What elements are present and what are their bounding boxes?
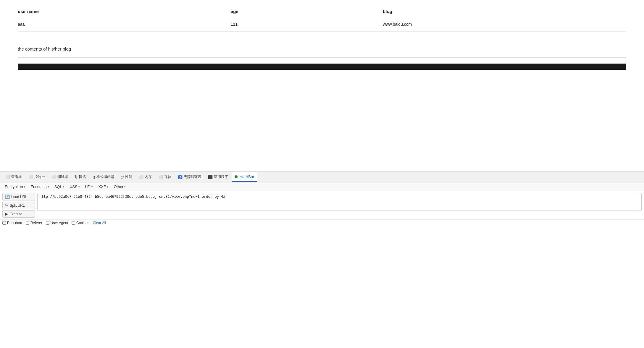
tab-performance[interactable]: ◎ 性能 <box>118 172 135 182</box>
split-url-button[interactable]: ✂ Split URL <box>2 202 35 209</box>
tab-network[interactable]: ⇅ 网络 <box>72 172 89 182</box>
other-menu[interactable]: Other ▾ <box>111 184 128 190</box>
storage-icon: ⬜ <box>158 175 163 179</box>
debugger-icon: ⬜ <box>51 175 56 179</box>
sql-label: SQL <box>54 184 62 189</box>
encryption-menu[interactable]: Encryption ▾ <box>2 184 28 190</box>
other-label: Other <box>114 184 123 189</box>
tab-style-editor-label: 样式编辑器 <box>96 174 114 179</box>
tab-debugger[interactable]: ⬜ 调试器 <box>49 172 71 182</box>
cell-age: 111 <box>231 17 383 32</box>
clear-all-button[interactable]: Clear All <box>93 221 106 225</box>
tab-console-label: 控制台 <box>34 174 45 179</box>
encoding-label: Encoding <box>30 184 46 189</box>
hackbar-toolbar: Encryption ▾ Encoding ▾ SQL ▾ XSS ▾ LFI … <box>0 182 644 191</box>
accessibility-icon: ♿ <box>178 175 183 179</box>
tab-hackbar-label: HackBar <box>240 174 254 179</box>
cookies-checkbox[interactable] <box>72 221 75 225</box>
other-chevron-icon: ▾ <box>124 185 126 188</box>
tab-memory-label: 内存 <box>145 174 152 179</box>
tab-inspector[interactable]: ⬜ 查看器 <box>2 172 25 182</box>
tab-storage[interactable]: ⬜ 存储 <box>155 172 174 182</box>
xss-label: XSS <box>70 184 78 189</box>
inspector-icon: ⬜ <box>5 175 10 179</box>
tab-applications-label: 应用程序 <box>214 174 228 179</box>
encoding-menu[interactable]: Encoding ▾ <box>28 184 51 190</box>
main-content: username age blog aaa 111 www.baidu.com … <box>0 0 644 171</box>
lfi-label: LFI <box>85 184 91 189</box>
post-data-checkbox[interactable] <box>2 221 6 225</box>
tab-network-label: 网络 <box>79 174 86 179</box>
split-url-icon: ✂ <box>5 203 8 208</box>
sql-menu[interactable]: SQL ▾ <box>52 184 67 190</box>
table-row: aaa 111 www.baidu.com <box>18 17 626 32</box>
split-url-label: Split URL <box>10 203 25 208</box>
xxe-chevron-icon: ▾ <box>107 185 108 188</box>
tab-hackbar[interactable]: HackBar <box>232 172 257 182</box>
data-table: username age blog aaa 111 www.baidu.com <box>18 6 626 32</box>
referer-checkbox-label[interactable]: Referer <box>26 221 42 225</box>
hackbar-footer: Post data Referer User Agent Cookies Cle… <box>0 219 644 226</box>
cell-blog: www.baidu.com <box>383 17 626 32</box>
clear-all-label: Clear All <box>93 221 106 225</box>
load-url-label: Load URL <box>11 195 27 199</box>
col-header-username: username <box>18 6 231 17</box>
hackbar-url-input[interactable]: http://bc92a0c7-31b0-4834-b5cc-ea467932f… <box>37 193 642 211</box>
tab-inspector-label: 查看器 <box>11 174 22 179</box>
hackbar-dot-icon <box>235 175 238 178</box>
xss-chevron-icon: ▾ <box>78 185 80 188</box>
xxe-label: XXE <box>98 184 106 189</box>
style-editor-icon: {} <box>93 175 95 179</box>
sql-chevron-icon: ▾ <box>63 185 64 188</box>
col-header-age: age <box>231 6 383 17</box>
tab-accessibility[interactable]: ♿ 无障碍环境 <box>175 172 204 182</box>
xxe-menu[interactable]: XXE ▾ <box>96 184 111 190</box>
tab-style-editor[interactable]: {} 样式编辑器 <box>90 172 117 182</box>
tab-console[interactable]: ⬜ 控制台 <box>25 172 48 182</box>
load-url-icon: 🔄 <box>5 195 10 199</box>
network-icon: ⇅ <box>75 175 78 179</box>
user-agent-checkbox-label[interactable]: User Agent <box>46 221 68 225</box>
memory-icon: ⬜ <box>139 175 143 179</box>
blog-content-text: the contents of his/her blog <box>18 38 626 58</box>
user-agent-checkbox[interactable] <box>46 221 49 225</box>
execute-icon: ▶ <box>5 212 8 216</box>
encoding-chevron-icon: ▾ <box>48 185 49 188</box>
xss-menu[interactable]: XSS ▾ <box>67 184 82 190</box>
devtools-tab-bar: ⬜ 查看器 ⬜ 控制台 ⬜ 调试器 ⇅ 网络 {} 样式编辑器 ◎ 性能 ⬜ 内… <box>0 172 644 182</box>
tab-applications[interactable]: ⬛ 应用程序 <box>205 172 231 182</box>
cell-username: aaa <box>18 17 231 32</box>
tab-debugger-label: 调试器 <box>57 174 68 179</box>
execute-label: Execute <box>9 212 22 216</box>
referer-checkbox[interactable] <box>26 221 29 225</box>
lfi-menu[interactable]: LFI ▾ <box>83 184 96 190</box>
applications-icon: ⬛ <box>208 175 213 179</box>
post-data-checkbox-label[interactable]: Post data <box>2 221 22 225</box>
hackbar-action-buttons: 🔄 Load URL ✂ Split URL ▶ Execute <box>2 193 35 218</box>
cookies-checkbox-label[interactable]: Cookies <box>72 221 89 225</box>
post-data-label: Post data <box>7 221 22 225</box>
user-agent-label: User Agent <box>51 221 68 225</box>
console-icon: ⬜ <box>28 175 33 179</box>
lfi-chevron-icon: ▾ <box>91 185 93 188</box>
col-header-blog: blog <box>383 6 626 17</box>
cookies-label: Cookies <box>76 221 89 225</box>
url-text: http://bc92a0c7-31b0-4834-b5cc-ea467932f… <box>39 195 225 199</box>
encryption-chevron-icon: ▾ <box>24 185 25 188</box>
performance-icon: ◎ <box>121 175 124 179</box>
black-bar <box>18 64 626 70</box>
tab-accessibility-label: 无障碍环境 <box>184 174 201 179</box>
load-url-button[interactable]: 🔄 Load URL <box>2 193 35 200</box>
execute-button[interactable]: ▶ Execute <box>2 210 35 218</box>
tab-performance-label: 性能 <box>125 174 132 179</box>
hackbar-body: 🔄 Load URL ✂ Split URL ▶ Execute http://… <box>0 191 644 219</box>
devtools-container: ⬜ 查看器 ⬜ 控制台 ⬜ 调试器 ⇅ 网络 {} 样式编辑器 ◎ 性能 ⬜ 内… <box>0 171 644 226</box>
referer-label: Referer <box>30 221 42 225</box>
tab-memory[interactable]: ⬜ 内存 <box>136 172 155 182</box>
tab-storage-label: 存储 <box>164 174 171 179</box>
encryption-label: Encryption <box>5 184 23 189</box>
